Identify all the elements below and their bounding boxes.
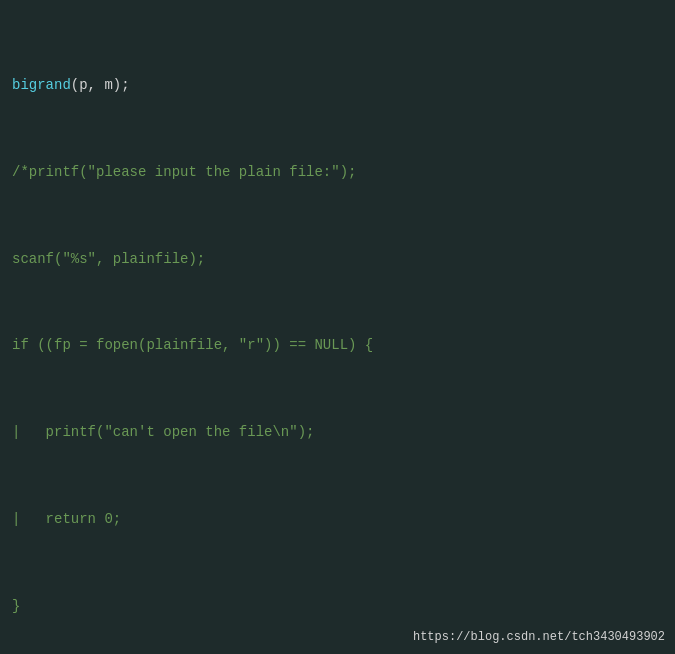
code-line-3: scanf("%s", plainfile); — [12, 249, 663, 271]
code-line-7: } — [12, 596, 663, 618]
code-block: bigrand(p, m); /*printf("please input th… — [0, 0, 675, 654]
code-line-4: if ((fp = fopen(plainfile, "r")) == NULL… — [12, 335, 663, 357]
code-line-5: | printf("can't open the file\n"); — [12, 422, 663, 444]
code-line-6: | return 0; — [12, 509, 663, 531]
url-watermark: https://blog.csdn.net/tch3430493902 — [413, 630, 665, 644]
code-line-2: /*printf("please input the plain file:")… — [12, 162, 663, 184]
code-line-1: bigrand(p, m); — [12, 75, 663, 97]
